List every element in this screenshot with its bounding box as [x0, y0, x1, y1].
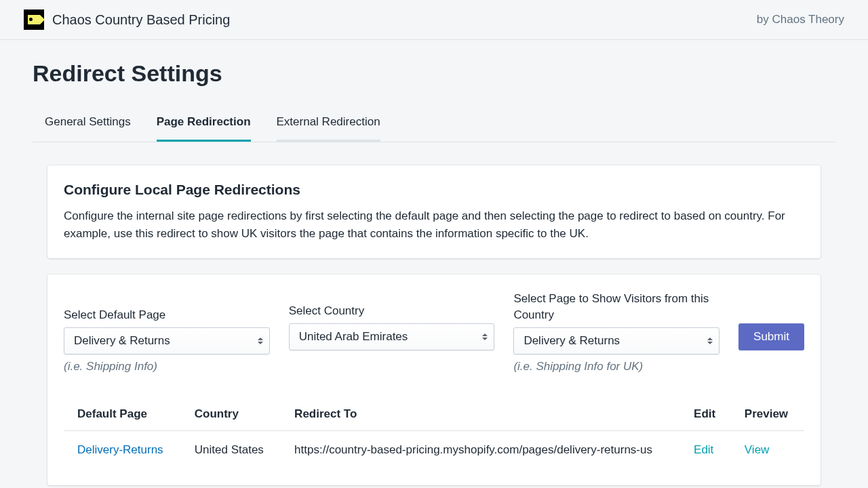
default-page-select[interactable]: Delivery & Returns [64, 327, 270, 354]
intro-card: Configure Local Page Redirections Config… [47, 165, 821, 258]
field-default-page: Select Default Page Delivery & Returns (… [64, 307, 270, 373]
page-title: Redirect Settings [33, 60, 835, 87]
form-card: Select Default Page Delivery & Returns (… [47, 274, 821, 485]
intro-description: Configure the internal site page redirec… [64, 207, 804, 242]
tab-page-redirection[interactable]: Page Redirection [157, 106, 251, 142]
col-edit: Edit [680, 398, 731, 431]
row-country: United States [181, 430, 281, 469]
app-header: Chaos Country Based Pricing by Chaos The… [0, 0, 868, 40]
app-logo [24, 9, 44, 30]
col-country: Country [181, 398, 281, 431]
target-page-select[interactable]: Delivery & Returns [513, 327, 719, 354]
app-title: Chaos Country Based Pricing [52, 12, 230, 28]
tab-external-redirection[interactable]: External Redirection [277, 106, 380, 142]
country-select[interactable]: United Arab Emirates [289, 323, 495, 350]
row-edit-link[interactable]: Edit [694, 443, 713, 456]
target-page-hint: (i.e. Shipping Info for UK) [513, 360, 719, 373]
field-country: Select Country United Arab Emirates [289, 303, 495, 350]
tab-content: Configure Local Page Redirections Config… [33, 142, 835, 488]
intro-title: Configure Local Page Redirections [64, 182, 804, 198]
default-page-label: Select Default Page [64, 307, 270, 323]
form-row: Select Default Page Delivery & Returns (… [64, 291, 804, 373]
tab-general-settings[interactable]: General Settings [45, 106, 131, 142]
col-preview: Preview [731, 398, 804, 431]
redirections-table: Default Page Country Redirect To Edit Pr… [64, 398, 804, 469]
row-preview-link[interactable]: View [745, 443, 770, 456]
table-row: Delivery-Returns United States https://c… [64, 430, 804, 469]
row-redirect-to: https://country-based-pricing.myshopify.… [281, 430, 680, 469]
row-default-page-link[interactable]: Delivery-Returns [77, 443, 163, 456]
target-page-select-wrapper: Delivery & Returns [513, 327, 719, 354]
field-submit: Submit [738, 323, 804, 350]
country-select-wrapper: United Arab Emirates [289, 323, 495, 350]
table-header-row: Default Page Country Redirect To Edit Pr… [64, 398, 804, 431]
tabs: General Settings Page Redirection Extern… [33, 106, 835, 142]
main-content: Redirect Settings General Settings Page … [0, 40, 868, 488]
col-default-page: Default Page [64, 398, 181, 431]
default-page-select-wrapper: Delivery & Returns [64, 327, 270, 354]
redirections-table-wrapper: Default Page Country Redirect To Edit Pr… [64, 398, 804, 469]
byline: by Chaos Theory [757, 13, 844, 26]
country-label: Select Country [289, 303, 495, 319]
target-page-label: Select Page to Show Visitors from this C… [513, 291, 719, 323]
header-left: Chaos Country Based Pricing [24, 9, 230, 30]
default-page-hint: (i.e. Shipping Info) [64, 360, 270, 373]
field-target-page: Select Page to Show Visitors from this C… [513, 291, 719, 373]
col-redirect-to: Redirect To [281, 398, 680, 431]
submit-button[interactable]: Submit [738, 323, 804, 350]
